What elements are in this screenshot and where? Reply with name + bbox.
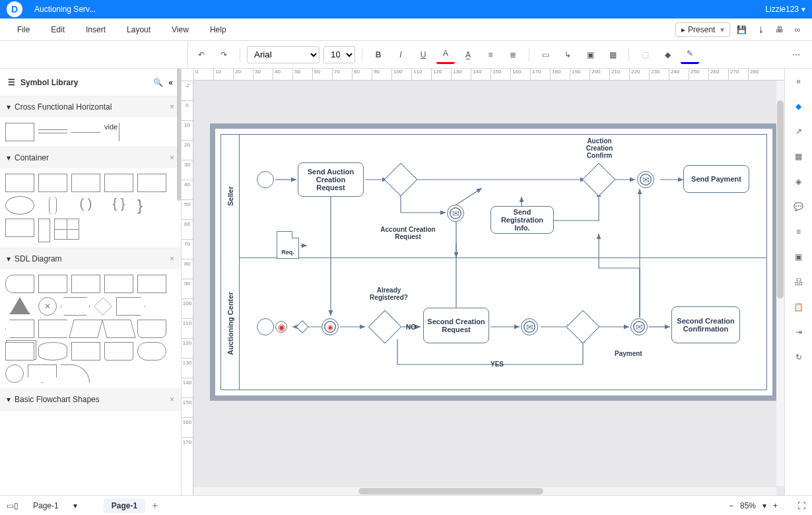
menu-view[interactable]: View bbox=[162, 21, 198, 38]
lane-seller[interactable]: Seller bbox=[221, 135, 240, 258]
shape[interactable]: } bbox=[137, 196, 151, 215]
shape[interactable] bbox=[137, 320, 166, 338]
section-sdl[interactable]: ▾SDL Diagram× bbox=[0, 248, 181, 269]
task-second-confirmation[interactable]: Second Creation Confirmation bbox=[671, 306, 740, 343]
message-event[interactable]: ✉ bbox=[630, 318, 648, 335]
message-event[interactable]: ✉ bbox=[637, 171, 654, 188]
gateway[interactable] bbox=[368, 310, 402, 344]
align-icon[interactable]: ≡ bbox=[481, 46, 500, 64]
shape[interactable] bbox=[11, 297, 29, 313]
italic-icon[interactable]: I bbox=[391, 46, 410, 64]
horizontal-scrollbar[interactable] bbox=[193, 487, 776, 495]
layers-tab-icon[interactable]: ◈ bbox=[792, 174, 806, 189]
group-icon[interactable]: ▦ bbox=[603, 46, 622, 64]
shape[interactable] bbox=[61, 297, 90, 316]
save-icon[interactable]: 💾 bbox=[733, 22, 751, 37]
page-tab-active[interactable]: Page-1 bbox=[104, 498, 145, 513]
shape[interactable] bbox=[137, 342, 166, 360]
download-icon[interactable]: ⭳ bbox=[753, 22, 769, 37]
user-menu[interactable]: Lizzie123▾ bbox=[765, 5, 805, 14]
connector-icon[interactable]: ↳ bbox=[558, 46, 577, 64]
signal-event[interactable]: ◉ bbox=[275, 321, 287, 333]
section-basic-flowchart[interactable]: ▾Basic Flowchart Shapes× bbox=[0, 389, 181, 410]
present-button[interactable]: ▸Present▾ bbox=[675, 22, 730, 37]
shape[interactable] bbox=[38, 174, 67, 192]
shape[interactable] bbox=[102, 320, 136, 338]
task-second-request[interactable]: Second Creation Request bbox=[423, 308, 489, 343]
shape[interactable] bbox=[38, 342, 67, 360]
shape[interactable] bbox=[69, 320, 103, 338]
shape[interactable] bbox=[61, 364, 90, 383]
shape[interactable] bbox=[116, 297, 145, 316]
zoom-level[interactable]: 85% bbox=[740, 501, 756, 510]
shape[interactable]: { } bbox=[104, 196, 133, 215]
menu-edit[interactable]: Edit bbox=[42, 21, 74, 38]
task-send-registration[interactable]: Send Registration Info. bbox=[491, 206, 554, 234]
gateway[interactable] bbox=[566, 310, 600, 344]
grid-tab-icon[interactable]: ▦ bbox=[792, 149, 806, 164]
undo-icon[interactable]: ↶ bbox=[192, 46, 211, 64]
message-event[interactable]: ✉ bbox=[447, 205, 464, 222]
zoom-out-icon[interactable]: − bbox=[729, 501, 733, 510]
more-icon[interactable]: ⋯ bbox=[787, 46, 805, 64]
shape[interactable] bbox=[104, 174, 133, 192]
highlight-icon[interactable]: A̲ bbox=[459, 46, 477, 64]
shape[interactable] bbox=[104, 275, 133, 293]
fullscreen-icon[interactable]: ⛶ bbox=[797, 501, 805, 510]
shape[interactable] bbox=[5, 320, 34, 338]
shape[interactable]: vide bbox=[104, 123, 119, 141]
shape[interactable] bbox=[71, 275, 100, 293]
shape[interactable] bbox=[5, 342, 34, 360]
textbox-icon[interactable]: ▭ bbox=[536, 46, 555, 64]
vertical-scrollbar[interactable] bbox=[776, 81, 784, 486]
shape[interactable] bbox=[5, 275, 34, 293]
close-icon[interactable]: × bbox=[170, 395, 174, 404]
shape[interactable] bbox=[71, 174, 100, 192]
shape[interactable] bbox=[5, 123, 34, 141]
line-spacing-icon[interactable]: ≣ bbox=[504, 46, 522, 64]
comment-tab-icon[interactable]: 💬 bbox=[792, 199, 806, 214]
signal-dot[interactable]: ◉ bbox=[325, 322, 335, 331]
shape[interactable]: ✕ bbox=[38, 297, 57, 316]
close-icon[interactable]: × bbox=[170, 254, 174, 263]
image-tab-icon[interactable]: ▣ bbox=[792, 250, 806, 264]
page-tab[interactable]: Page-1 bbox=[25, 498, 67, 513]
task-send-payment[interactable]: Send Payment bbox=[683, 165, 749, 193]
message-event[interactable]: ✉ bbox=[521, 318, 538, 335]
fontsize-select[interactable]: 10 bbox=[323, 46, 355, 63]
shape[interactable] bbox=[49, 196, 57, 215]
close-icon[interactable]: × bbox=[170, 153, 174, 162]
shape[interactable] bbox=[71, 132, 100, 133]
line-color-icon[interactable]: ✎ bbox=[681, 46, 699, 64]
shape[interactable]: ( ) bbox=[71, 196, 100, 215]
zoom-dropdown-icon[interactable]: ▾ bbox=[762, 501, 766, 510]
text-color-icon[interactable]: A bbox=[436, 46, 455, 64]
share-icon[interactable]: ∞ bbox=[790, 22, 804, 37]
menu-help[interactable]: Help bbox=[201, 21, 236, 38]
add-page-icon[interactable]: + bbox=[152, 500, 158, 512]
collapse-icon[interactable]: « bbox=[168, 78, 173, 87]
gateway[interactable] bbox=[296, 320, 309, 333]
bold-icon[interactable]: B bbox=[369, 46, 388, 64]
close-icon[interactable]: × bbox=[170, 102, 174, 112]
font-select[interactable]: Arial bbox=[247, 46, 320, 63]
export-tab-icon[interactable]: ↗ bbox=[792, 124, 806, 139]
canvas-area[interactable]: 0102030405060708090100110120130140150160… bbox=[182, 69, 784, 495]
start-event[interactable] bbox=[257, 318, 274, 335]
lock-icon[interactable]: ▢ bbox=[636, 46, 654, 64]
menu-file[interactable]: File bbox=[8, 21, 39, 38]
section-cross-functional[interactable]: ▾Cross Functional Horizontal× bbox=[0, 96, 181, 118]
lane-auctioning-center[interactable]: Auctioning Center bbox=[221, 258, 240, 390]
collapse-right-icon[interactable]: « bbox=[792, 74, 806, 88]
shape[interactable] bbox=[104, 342, 133, 360]
start-event[interactable] bbox=[257, 171, 274, 188]
fill-icon[interactable]: ◆ bbox=[658, 46, 677, 64]
shape[interactable] bbox=[94, 297, 112, 316]
image-icon[interactable]: ▣ bbox=[581, 46, 599, 64]
shape[interactable] bbox=[5, 196, 34, 215]
data-object-req[interactable]: Req. bbox=[277, 231, 299, 259]
shape[interactable] bbox=[5, 219, 34, 237]
page-dropdown-icon[interactable]: ▾ bbox=[73, 501, 77, 510]
zoom-in-icon[interactable]: + bbox=[773, 501, 778, 510]
data-tab-icon[interactable]: ≡ bbox=[792, 224, 806, 239]
